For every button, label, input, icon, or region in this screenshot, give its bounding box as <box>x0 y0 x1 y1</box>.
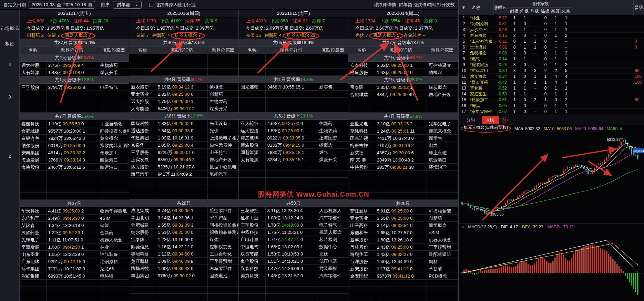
stock-row[interactable]: 双良节能1.58亿 10:10:53 0光伏 <box>239 250 348 258</box>
stock-row[interactable]: 梅雁吉祥7107万 09:31:16 2电力 <box>348 142 458 149</box>
stock-row[interactable]: 澄星股份1.43亿 09:25:02 0磷概念 <box>348 69 458 76</box>
refresh-icon[interactable]: ↻ <box>502 117 508 123</box>
stock-row[interactable]: 楚江新材1.09亿 09:46:09 8三季报预增 <box>129 258 238 265</box>
sector-row[interactable]: 10*航运港口-0.3030322566 <box>459 68 644 74</box>
sort-direction-toggle[interactable]: ▼ <box>459 0 469 15</box>
stock-row[interactable]: 百洋股份1.40亿 13:44:39 0饲料 <box>348 258 458 265</box>
sector-row[interactable]: 15*焦炭加工-0.6110213250 <box>459 97 644 103</box>
sector-row[interactable]: 6土地流转0.020110----0 <box>459 44 644 50</box>
stock-row[interactable]: 睿能科技1.12亿 09:34:50 0工业自动化 <box>129 250 238 258</box>
stock-row[interactable]: 合肥城建9557万 10:20:00 1间接投资长鑫科... <box>20 127 129 135</box>
stock-row[interactable]: 山东墨龙1.05亿 13:22:39 0油气装备 <box>20 251 129 258</box>
sector-row[interactable]: 9*服装家纺-0.2330--013 <box>459 62 644 68</box>
stock-row[interactable]: 广东明珠9291万 09:42:15 0冶钢原料 <box>20 258 129 265</box>
tab-minute-chart[interactable]: 分时 <box>461 116 480 124</box>
stock-row[interactable]: 华天科技4.41亿 09:25:00 2收购华羿微电 <box>20 207 129 215</box>
stock-row[interactable]: 宝泰隆1.35亿 09:25:02 1煤炭概念 <box>348 84 458 91</box>
sector-row[interactable]: 5*工程咨询服0.110110----0 <box>459 39 644 44</box>
stock-row[interactable]: 际华集团7171万 10:21:02 0尼龙66 <box>20 265 129 272</box>
stock-row[interactable]: 路畅科技1.00亿 09:39:48 0汽车零部件 <box>129 265 238 272</box>
stock-row[interactable]: 华建集团1.09亿 10:16:31 9上海微电子相关 <box>129 134 238 142</box>
stock-row[interactable]: 平潭发展1.08亿 09:42:30 1林业 <box>20 243 129 251</box>
sector-row[interactable]: 3风沙治理0.4811--011 <box>459 27 644 33</box>
stock-row[interactable]: 耀皮玻璃8922万 09:33:05 0上海国资 <box>239 134 348 142</box>
stock-row[interactable]: 迎丰股份1.60亿 13:26:18 0机器人概念 <box>348 236 458 243</box>
sector-row[interactable]: 17*家电零部件-0.6710--011 <box>459 109 644 115</box>
sector-row[interactable]: 4赛马概念0.1520--012 <box>459 33 644 39</box>
sector-row[interactable]: 8*燃气-0.1411--011 <box>459 56 644 62</box>
sector-row[interactable]: 1*林业5.7211--011 <box>459 15 644 21</box>
stock-row[interactable]: 国光连锁7431万 10:37:43 0新零售 <box>348 135 458 142</box>
stock-row[interactable]: 新莱福4367万 09:30:00 6稀土永磁 <box>348 149 458 156</box>
stock-row[interactable]: 大有能源3234万 09:35:15 1煤炭开采 <box>239 156 348 163</box>
stock-row[interactable]: 艾比森1.34亿 13:26:18 0储能 <box>20 222 129 229</box>
stock-row[interactable]: 远大控股1.58亿 09:25:00 1生物农药 <box>239 127 348 134</box>
stock-row[interactable]: 三孚股份3791万 09:25:02 8电子特气 <box>20 84 129 91</box>
stock-row[interactable]: 亚太药业2.82亿 09:25:00 0创新药 <box>129 91 238 98</box>
stock-row[interactable]: 丰山集团9760万 09:50:02 0固态电池 <box>129 272 238 279</box>
stock-row[interactable]: 海峡股份2467万 13:06:12 6航运港口 <box>20 164 129 171</box>
stock-row[interactable]: 先锋电子1.11亿 11:07:51 0机器人概念 <box>20 236 129 243</box>
stock-row[interactable]: 兴森科技1.47亿 14:26:06 0封装基板 <box>239 265 348 272</box>
stock-row[interactable]: 海通发展3766万 09:38:14 3航运港口 <box>20 156 129 164</box>
stock-row[interactable]: 楚江新材5.81亿 09:25:00 0可控核聚变 <box>348 207 458 215</box>
stock-row[interactable]: 睿能科技1.19亿 09:35:50 0工业自动化 <box>20 120 129 127</box>
stock-row[interactable]: 三孚股份1.78亿 14:49:03 0电子特气 <box>239 221 348 229</box>
stock-row[interactable]: 合肥城建484万 09:25:00 49房地产开发 <box>348 91 458 98</box>
stock-row[interactable]: 远大控股1.75亿 09:25:00 1生物农药 <box>129 98 238 105</box>
stock-row[interactable]: 纳尔股份1.51亿 09:25:00 0拟收购菲莱测试 <box>129 229 238 236</box>
stock-row[interactable]: 成飞集成3.74亿 09:30:06 1航空零部件 <box>129 207 238 214</box>
stock-row[interactable]: 征和工业1.80亿 13:12:24 0汽车零部件 <box>239 214 348 221</box>
stock-row[interactable]: 中持股份185万 09:36:21 38环境治理 <box>348 164 458 171</box>
stock-row[interactable]: 南 京 港2849万 13:00:48 2航运港口 <box>348 156 458 164</box>
sector-row[interactable]: 12*煤炭开采-0.40101144100 <box>459 80 644 85</box>
stock-row[interactable]: 三孚股份9225万 09:25:01 0电子特气 <box>129 149 238 156</box>
stock-row[interactable]: 安泰科技3.32亿 09:25:00 1可控核聚变 <box>348 62 458 69</box>
date-range-picker[interactable]: 2025-10-03 至 2025-10-18 ▤ <box>29 1 95 9</box>
industry-reason-checkbox[interactable] <box>149 3 153 7</box>
stock-row[interactable]: 亚太药业3.55亿 09:25:00 0创新药 <box>348 215 458 222</box>
stock-row[interactable]: 白银有色7824万 13:06:42 0黄金概念 <box>20 135 129 142</box>
stock-row[interactable]: 合肥城建1.65亿 09:31:39 3间接投资长鑫科... <box>129 221 238 229</box>
stock-row[interactable]: 至纯科技1.24亿 09:25:01 11新凯来概念 <box>348 127 458 135</box>
stock-row[interactable]: 常山北明3.14亿 14:23:36 1华为鸿蒙 <box>129 214 238 221</box>
stock-row[interactable]: 国光连锁3468万 10:55:15 1新零售 <box>239 83 348 91</box>
stock-row[interactable]: 四方股份5235万 10:21:27 8数据中心供电 <box>129 163 238 170</box>
stock-row[interactable]: 亚太药业4.63亿 09:25:00 0创新药 <box>239 120 348 127</box>
stock-row[interactable]: 国新能源7880万 09:35:18 1燃气 <box>239 149 348 156</box>
stock-row[interactable]: 远大控股2.75亿 09:30:09 4生物农药 <box>20 62 129 69</box>
stock-row[interactable]: 京泉华1.05亿 09:25:00 4磁性元器件 <box>129 142 238 149</box>
stock-row[interactable]: 彩虹集团6893万 10:51:45 0电热毯 <box>20 272 129 280</box>
stock-row[interactable]: 辰欣药业1.22亿 09:52:39 1创新药 <box>20 229 129 236</box>
sector-row[interactable]: 14家庭医生-0.5811--011 <box>459 91 644 97</box>
stock-row[interactable]: 新农股份8133万 09:48:15 0磷概念 <box>239 142 348 149</box>
sort-select[interactable]: 封单额 ∨ <box>113 1 142 9</box>
stock-row[interactable]: 宝泰隆1.22亿 13:16:00 0煤焦 <box>129 236 238 243</box>
sector-row[interactable]: 13草甘膦-0.5211--011 <box>459 85 644 91</box>
stock-row[interactable]: 山子高科3.14亿 09:32:54 0重组概念 <box>348 222 458 229</box>
stock-row[interactable]: 海马汽车941万 11:04:09 2氢能汽车 <box>129 170 238 178</box>
sector-row[interactable]: 11粮食概念-0.34101144100 <box>459 74 644 80</box>
stock-row[interactable]: 海鸥住工1.42亿 09:32:27 0装配式建筑 <box>348 251 458 258</box>
stock-row[interactable]: 粤桂股份1.43亿 09:25:00 0三季报预增 <box>348 243 458 251</box>
stock-row[interactable]: 中恒电气1.66亿 13:02:09 1数据中心 <box>239 243 348 250</box>
tab-kline-chart[interactable]: K线 <box>482 116 499 124</box>
stock-row[interactable]: 大有能源5406万 09:36:17 2煤炭开采 <box>129 105 238 112</box>
stock-row[interactable]: 中坚科技1.76亿 11:25:21 0机器人概念 <box>239 229 348 236</box>
stock-row[interactable]: 新农股份5.19亿 09:34:12 3磷概念 <box>129 83 238 91</box>
column-header-name[interactable]: 名称 <box>469 0 494 15</box>
stock-row[interactable]: 东信和平1.65亿 10:27:57 0eSIM <box>348 229 458 236</box>
stock-row[interactable]: 熙菱信息1.16亿 14:22:12 0控制权变更 <box>129 243 238 250</box>
stock-row[interactable]: 东信和平2.49亿 09:45:30 0eSIM <box>20 215 129 222</box>
column-header-pct[interactable]: 涨幅%↓ <box>494 0 509 15</box>
stock-row[interactable]: 三花智控3.11亿 13:23:30 4人形机器人 <box>239 207 348 214</box>
stock-row[interactable]: 良信股份1.51亿 14:10:21 0低压电器 <box>239 258 348 265</box>
sector-row[interactable]: 7免税概念-0.0820--012 <box>459 50 644 56</box>
sector-row[interactable]: 2*冶钢原料0.8110--011 <box>459 21 644 27</box>
stock-row[interactable]: 大有能源1.48亿 09:30:08 0煤炭开采 <box>20 69 129 76</box>
stock-row[interactable]: 广电计量1.71亿 14:47:21 0芯片检测 <box>239 236 348 243</box>
stock-row[interactable]: 美力科技1.45亿 13:31:57 0汽车零部件 <box>239 272 348 279</box>
calendar-icon[interactable]: ▤ <box>88 2 92 7</box>
stock-row[interactable]: 亚世光电3.10亿 09:33:15 2光学光电子 <box>348 120 458 127</box>
stock-row[interactable]: 国晟科技1.83亿 09:25:02 0光伏设备 <box>129 120 238 127</box>
